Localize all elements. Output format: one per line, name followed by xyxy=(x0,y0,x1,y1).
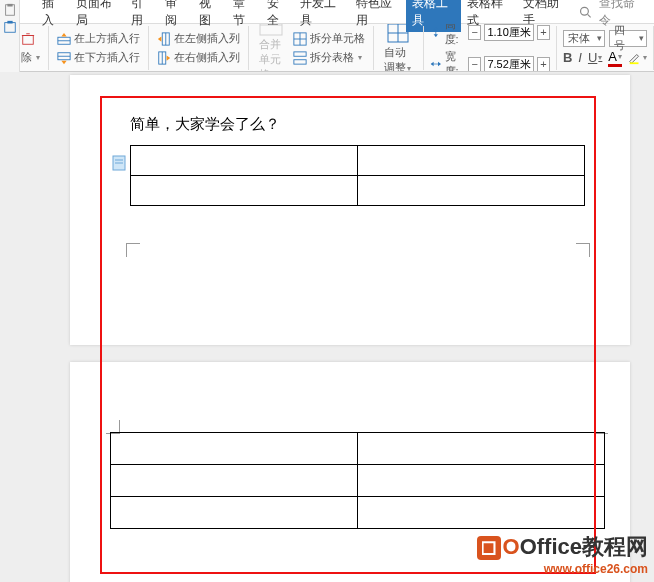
insert-col-left[interactable]: 在左侧插入列 xyxy=(155,30,242,47)
width-plus[interactable]: + xyxy=(537,57,550,72)
autofit-icon xyxy=(386,24,410,44)
width-label: 宽度: xyxy=(445,49,466,72)
svg-line-1 xyxy=(587,14,590,17)
watermark: OOffice教程网 www.office26.com xyxy=(477,532,648,576)
font-size-select[interactable]: 四号 xyxy=(609,30,647,47)
delete-icon xyxy=(21,32,35,46)
svg-marker-17 xyxy=(158,36,162,41)
split-cells[interactable]: 拆分单元格 xyxy=(291,30,367,47)
row-below-icon xyxy=(57,51,71,65)
width-minus[interactable]: − xyxy=(468,57,481,72)
insert-row-above[interactable]: 在上方插入行 xyxy=(55,30,142,47)
bold-button[interactable]: B xyxy=(563,50,572,65)
font-family-select[interactable]: 宋体 xyxy=(563,30,605,47)
height-icon xyxy=(430,25,442,39)
brand-url: www.office26.com xyxy=(477,562,648,576)
svg-rect-27 xyxy=(294,59,306,63)
svg-marker-35 xyxy=(431,62,434,66)
clipboard-icon[interactable] xyxy=(3,24,17,34)
svg-rect-21 xyxy=(260,24,282,35)
size-group: 高度: − + 宽度: − + xyxy=(424,26,557,70)
svg-rect-37 xyxy=(630,62,639,64)
split-table-icon xyxy=(293,51,307,65)
brand-logo-icon xyxy=(477,536,501,560)
row-above-icon xyxy=(57,32,71,46)
svg-point-0 xyxy=(580,7,588,15)
svg-rect-26 xyxy=(294,51,306,55)
delete-button[interactable] xyxy=(19,31,42,47)
svg-marker-32 xyxy=(433,27,437,30)
autofit[interactable]: 自动调整▾ xyxy=(380,24,417,72)
menu-bar: 开始 插入 页面布局 引用 审阅 视图 章节 安全 开发工具 特色应用 表格工具… xyxy=(0,0,654,24)
svg-marker-14 xyxy=(61,60,66,64)
document-canvas: 简单，大家学会了么？ OOffice教程网 www.office26.com xyxy=(0,72,654,582)
split-icon xyxy=(293,32,307,46)
underline-button[interactable]: U▾ xyxy=(588,50,602,65)
height-plus[interactable]: + xyxy=(537,25,550,40)
svg-rect-6 xyxy=(23,35,34,44)
insert-cols-group: 在左侧插入列 在右侧插入列 xyxy=(149,26,249,70)
height-label: 高度: xyxy=(445,24,466,47)
brand-name: OOffice教程网 xyxy=(477,532,648,562)
svg-rect-4 xyxy=(4,24,15,32)
svg-marker-20 xyxy=(167,55,171,60)
width-input[interactable] xyxy=(484,56,534,73)
font-group: 宋体 四号 B I U▾ A▾ ▾ xyxy=(557,26,654,70)
search-icon xyxy=(579,5,591,19)
svg-marker-33 xyxy=(433,34,437,37)
insert-col-right[interactable]: 在右侧插入列 xyxy=(155,49,242,66)
col-right-icon xyxy=(157,51,171,65)
height-minus[interactable]: − xyxy=(468,25,481,40)
delete-label[interactable]: 除▾ xyxy=(19,49,42,66)
width-icon xyxy=(430,57,442,71)
quick-gutter xyxy=(0,24,20,72)
autofit-group: 自动调整▾ xyxy=(374,26,424,70)
svg-marker-11 xyxy=(61,32,66,36)
ribbon: 除▾ 在上方插入行 在下方插入行 在左侧插入列 在右侧插入列 合并单元格 拆分单… xyxy=(0,24,654,72)
merge-cells[interactable]: 合并单元格 xyxy=(255,24,287,72)
height-input[interactable] xyxy=(484,24,534,41)
split-table[interactable]: 拆分表格▾ xyxy=(291,49,367,66)
highlight-box xyxy=(100,96,596,574)
svg-marker-36 xyxy=(438,62,441,66)
merge-group: 合并单元格 拆分单元格 拆分表格▾ xyxy=(249,26,374,70)
merge-icon xyxy=(259,24,283,36)
insert-row-below[interactable]: 在下方插入行 xyxy=(55,49,142,66)
italic-button[interactable]: I xyxy=(578,50,582,65)
chevron-down-icon: ▾ xyxy=(36,53,40,62)
insert-rows-group: 在上方插入行 在下方插入行 xyxy=(49,26,149,70)
col-left-icon xyxy=(157,32,171,46)
